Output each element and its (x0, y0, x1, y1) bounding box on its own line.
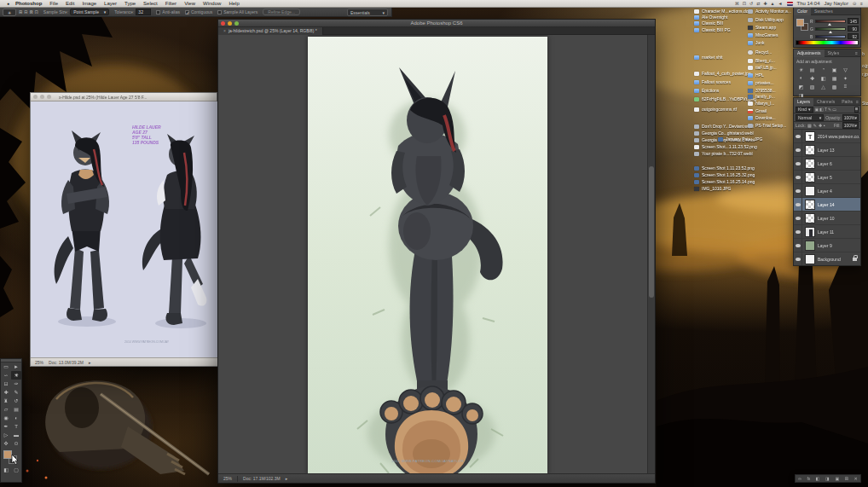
tolerance-input[interactable]: 32 (136, 9, 151, 15)
blur-tool[interactable]: ◉ (1, 414, 11, 422)
adjustment-layer-icon[interactable]: ◨ (825, 476, 830, 481)
desktop-icon[interactable]: January Pate...JPG (718, 136, 762, 142)
vertical-scrollbar[interactable] (647, 35, 655, 473)
reference-window-titlebar[interactable]: x-Hilde.psd at 25% (Hilde Lauer Age 27 5… (31, 93, 217, 101)
layer-mask-icon[interactable]: ◧ (816, 476, 820, 481)
input-language-flag-icon[interactable] (787, 2, 793, 6)
checkbox-icon[interactable] (156, 10, 160, 14)
desktop-icon[interactable]: PS-Trial Setup... (748, 123, 787, 129)
option-checkbox[interactable]: Anti-alias (156, 9, 180, 14)
layer-row[interactable]: 2014 www.patreon.co... (794, 130, 860, 143)
brush-tool[interactable]: ✎ (11, 388, 21, 397)
filter-shape-icon[interactable]: ✎ (828, 107, 831, 112)
zoom-button[interactable] (47, 95, 51, 99)
filter-type-icon[interactable]: T (825, 107, 827, 112)
black-white-icon[interactable]: ◧ (818, 73, 829, 82)
channel-value[interactable]: 92 (848, 33, 859, 39)
panel-color-swatches[interactable] (796, 19, 808, 31)
panel-tab[interactable]: Swatches (811, 8, 836, 15)
panel-tab[interactable]: Paths (838, 98, 856, 106)
channel-value[interactable]: 145 (848, 18, 859, 24)
layer-thumbnail[interactable] (805, 145, 815, 155)
keyboard-icon[interactable]: ⌘ (735, 0, 739, 8)
reference-canvas[interactable]: HILDE LAUERAGE 275'8" TALL135 POUNDS 201… (31, 101, 218, 359)
intersect-selection-icon[interactable]: ⊡ (35, 9, 38, 14)
levels-icon[interactable]: ▤ (807, 65, 818, 73)
color-slider[interactable] (815, 27, 846, 31)
lock-all-icon[interactable]: ▪ (824, 123, 825, 128)
panel-menu-icon[interactable]: ≡ (856, 99, 861, 104)
photo-filter-icon[interactable]: ▦ (829, 73, 840, 82)
status-arrow-icon[interactable]: ▸ (286, 476, 288, 481)
opacity-value[interactable]: 100%▾ (842, 114, 859, 121)
rectangular-marquee-tool[interactable]: ▭ (1, 362, 11, 371)
refine-edge-button[interactable]: Refine Edge... (263, 9, 300, 15)
desktop-icon[interactable]: market shit (694, 55, 722, 61)
desktop-icon[interactable]: Steam.app (748, 25, 776, 31)
desktop-icon[interactable]: Screen Shot 1.16.25.14.png (694, 179, 755, 185)
desktop-icon[interactable]: Bberg_c... (748, 58, 775, 64)
channel-value[interactable]: 90 (848, 26, 859, 32)
eject-icon[interactable]: ▲ (771, 0, 775, 8)
minimize-button[interactable] (228, 21, 232, 26)
brightness-contrast-icon[interactable]: ☀ (796, 65, 807, 73)
magic-wand-tool[interactable]: ✳ (11, 371, 21, 380)
desktop-icon[interactable]: Classic BIII PG (694, 27, 731, 33)
volume-icon[interactable]: ◄ (778, 0, 783, 8)
layer-thumbnail[interactable] (805, 172, 815, 183)
desktop-icon[interactable]: Recycl... (748, 49, 772, 55)
posterize-icon[interactable]: △ (818, 82, 829, 90)
vibrance-icon[interactable]: ▽ (840, 65, 851, 73)
visibility-toggle[interactable] (794, 212, 802, 224)
visibility-toggle[interactable] (794, 130, 802, 142)
lock-pixels-icon[interactable]: ✎ (813, 123, 817, 128)
desktop-icon[interactable]: Don't Drop Y...Deviant.webl (694, 124, 754, 130)
blend-mode-dropdown[interactable]: Normal▾ (796, 114, 824, 121)
filter-adjustment-icon[interactable]: ◧ (819, 107, 824, 112)
desktop-icon[interactable]: tiaF.LB.jp... (748, 65, 777, 71)
layer-row[interactable]: Layer 14 (794, 198, 860, 212)
desktop-icon[interactable]: Ale Overnight (694, 14, 727, 20)
desktop-icon[interactable]: Georgia Co...ghtstand.webl (694, 130, 754, 136)
layer-row[interactable]: Background (794, 252, 860, 265)
desktop-icon[interactable]: Junk (748, 40, 765, 46)
channel-mixer-icon[interactable]: ✦ (840, 73, 851, 82)
panel-tab[interactable]: Color (794, 8, 811, 15)
eyedropper-tool[interactable]: ✑ (11, 380, 21, 388)
layer-thumbnail[interactable] (805, 159, 815, 169)
desktop-icon[interactable]: 3795538... (748, 88, 776, 94)
visibility-toggle[interactable] (794, 252, 802, 265)
crop-tool[interactable]: ⊡ (1, 380, 11, 388)
magic-wand-tool-preset[interactable]: ✳ (3, 9, 16, 16)
menu-item[interactable]: Filter (165, 0, 176, 8)
zoom-button[interactable] (234, 21, 239, 26)
color-spectrum-ramp[interactable] (796, 40, 859, 45)
desktop-icon[interactable]: Screen Shot 1.16.25.32.png (694, 172, 755, 178)
menu-item[interactable]: View (184, 0, 195, 8)
menu-item[interactable]: Edit (66, 0, 74, 8)
layer-row[interactable]: Layer 4 (794, 184, 860, 198)
desktop-icon[interactable]: Classic BIII (694, 20, 723, 26)
shape-tool[interactable]: ▬ (11, 431, 21, 439)
checkbox-icon[interactable] (185, 10, 189, 14)
visibility-toggle[interactable] (794, 184, 802, 197)
desktop-icon[interactable]: Gmail (748, 108, 767, 114)
layer-filter-kind-dropdown[interactable]: Kind▾ (796, 107, 813, 113)
option-checkbox[interactable]: Sample All Layers (217, 9, 258, 14)
script-icon[interactable]: ✚ (763, 0, 767, 8)
layer-effects-icon[interactable]: fx (807, 476, 810, 481)
visibility-toggle[interactable] (794, 225, 802, 238)
invert-icon[interactable]: ▨ (807, 82, 818, 90)
lock-position-icon[interactable]: ✚ (819, 123, 822, 128)
visibility-toggle[interactable] (794, 157, 802, 170)
lasso-tool[interactable]: ∽ (1, 371, 11, 380)
menu-bar-user[interactable]: Jay Naylor (825, 1, 848, 6)
desktop-icon[interactable]: Character M...ections.doc (694, 9, 750, 14)
delete-layer-icon[interactable]: ✕ (854, 476, 857, 481)
add-selection-icon[interactable]: ⊟ (24, 9, 27, 14)
menu-item[interactable]: Window (203, 0, 221, 8)
desktop-icon[interactable]: MiscGames (748, 32, 778, 38)
desktop-icon[interactable]: Fallout_4_curb_poster.jpg (694, 71, 751, 77)
filter-toggle-switch[interactable] (854, 107, 859, 113)
visibility-toggle[interactable] (794, 143, 802, 156)
